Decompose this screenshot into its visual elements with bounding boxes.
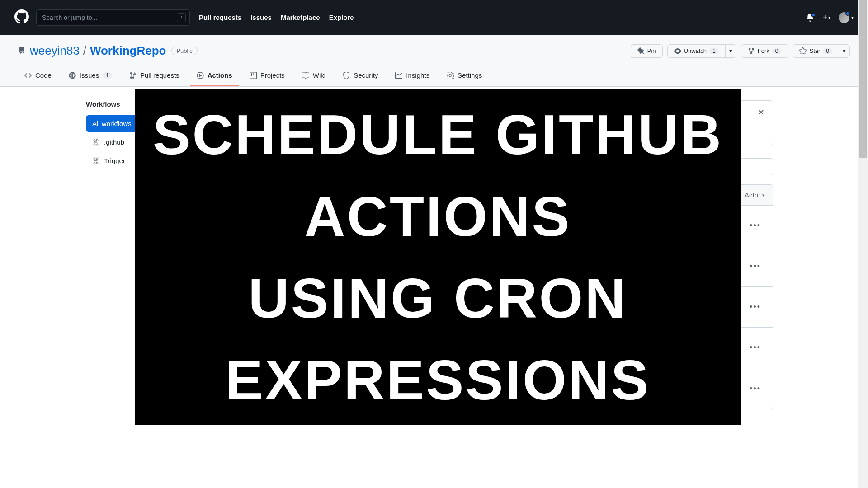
unwatch-button[interactable]: Unwatch 1 (667, 44, 726, 58)
star-icon (799, 47, 807, 55)
eye-icon (674, 47, 681, 55)
tab-issues-label: Issues (80, 71, 99, 79)
issues-count: 1 (103, 72, 112, 79)
caret-down-icon: ▾ (828, 15, 830, 20)
settings-icon (447, 72, 454, 79)
nav-pull-requests[interactable]: Pull requests (199, 14, 241, 21)
repo-tabs: Code Issues 1 Pull requests Actions Proj… (0, 67, 868, 86)
caret-down-icon: ▾ (729, 47, 732, 54)
svg-point-0 (71, 75, 73, 76)
plus-icon: + (822, 13, 827, 22)
fork-icon (748, 47, 755, 55)
security-icon (343, 72, 350, 79)
create-new-dropdown[interactable]: +▾ (822, 13, 830, 22)
tab-insights-label: Insights (406, 71, 429, 79)
watch-button-group: Unwatch 1 ▾ (667, 44, 736, 58)
notifications-icon[interactable] (806, 14, 814, 22)
close-icon[interactable]: ✕ (755, 107, 766, 118)
title-overlay: SCHEDULE GITHUB ACTIONS USING CRON EXPRE… (135, 89, 741, 425)
workflow-0-label: .github (104, 138, 124, 146)
actions-icon (197, 72, 204, 79)
tab-insights[interactable]: Insights (389, 67, 436, 86)
search-input[interactable]: Search or jump to... / (36, 9, 190, 26)
tab-actions-label: Actions (208, 71, 232, 79)
tab-actions[interactable]: Actions (190, 67, 239, 86)
tab-security[interactable]: Security (336, 67, 384, 86)
global-header: Search or jump to... / Pull requests Iss… (0, 0, 868, 35)
visibility-badge: Public (171, 47, 197, 55)
tab-security-label: Security (354, 71, 378, 79)
overlay-line1: SCHEDULE GITHUB ACTIONS (135, 94, 741, 258)
watch-count: 1 (709, 48, 719, 54)
overlay-line2: USING CRON EXPRESSIONS (135, 257, 741, 421)
github-logo-icon[interactable] (14, 9, 29, 25)
star-button[interactable]: Star 0 (793, 44, 839, 58)
tab-projects-label: Projects (260, 71, 285, 79)
tab-wiki[interactable]: Wiki (296, 67, 332, 86)
fork-label: Fork (758, 47, 769, 54)
slash-key-hint: / (177, 13, 186, 22)
caret-down-icon: ▾ (762, 193, 764, 197)
star-button-group: Star 0 ▾ (793, 44, 850, 58)
wiki-icon (302, 72, 309, 79)
run-menu-icon[interactable]: ••• (746, 260, 764, 273)
insights-icon (395, 72, 402, 79)
unwatch-label: Unwatch (684, 47, 707, 54)
tab-projects[interactable]: Projects (243, 67, 291, 86)
pin-button[interactable]: Pin (631, 44, 663, 58)
run-menu-icon[interactable]: ••• (746, 382, 764, 395)
tab-code[interactable]: Code (18, 67, 58, 86)
tab-settings[interactable]: Settings (440, 67, 488, 86)
star-dropdown[interactable]: ▾ (839, 44, 850, 58)
tab-code-label: Code (35, 71, 52, 79)
fork-button[interactable]: Fork 0 (741, 44, 788, 58)
repo-title-row: weeyin83 / WorkingRepo Public Pin Unwatc… (0, 44, 868, 67)
repo-path: weeyin83 / WorkingRepo (30, 44, 166, 58)
repo-actions: Pin Unwatch 1 ▾ Fork 0 Star 0 (631, 44, 850, 58)
run-menu-icon[interactable]: ••• (746, 219, 764, 232)
top-nav: Pull requests Issues Marketplace Explore (199, 14, 354, 21)
path-separator: / (83, 44, 86, 57)
filter-actor[interactable]: Actor ▾ (745, 191, 764, 199)
repo-header: weeyin83 / WorkingRepo Public Pin Unwatc… (0, 35, 868, 87)
caret-down-icon: ▾ (843, 47, 846, 54)
tab-settings-label: Settings (458, 71, 482, 79)
fork-count: 0 (772, 48, 782, 54)
issues-icon (69, 72, 76, 79)
repo-name-link[interactable]: WorkingRepo (90, 44, 166, 57)
pin-label: Pin (647, 47, 656, 54)
notification-dot (811, 13, 816, 17)
nav-marketplace[interactable]: Marketplace (281, 14, 320, 21)
pin-icon (637, 47, 645, 55)
scrollbar-thumb[interactable] (859, 0, 867, 158)
run-menu-icon[interactable]: ••• (746, 341, 764, 354)
workflow-1-label: Trigger (104, 157, 125, 164)
workflow-icon (92, 139, 99, 146)
filter-actor-label: Actor (745, 191, 760, 199)
pull-request-icon (129, 72, 137, 79)
caret-down-icon: ▾ (851, 15, 854, 20)
code-icon (24, 72, 32, 79)
avatar-status-dot (845, 11, 850, 16)
star-label: Star (809, 47, 820, 54)
search-placeholder: Search or jump to... (42, 14, 97, 21)
watch-dropdown[interactable]: ▾ (726, 44, 736, 58)
repo-owner-link[interactable]: weeyin83 (30, 44, 80, 57)
tab-issues[interactable]: Issues 1 (62, 67, 118, 86)
run-menu-icon[interactable]: ••• (746, 300, 764, 314)
all-workflows-label: All workflows (92, 120, 132, 127)
repo-icon (18, 47, 30, 55)
scrollbar[interactable] (858, 0, 868, 488)
nav-explore[interactable]: Explore (329, 14, 354, 21)
tab-pr-label: Pull requests (140, 71, 179, 79)
tab-pull-requests[interactable]: Pull requests (123, 67, 186, 86)
tab-wiki-label: Wiki (313, 71, 326, 79)
runs-filters: Actor ▾ (745, 191, 764, 199)
nav-issues[interactable]: Issues (250, 14, 272, 21)
header-right: +▾ ▾ (806, 12, 854, 23)
user-menu[interactable]: ▾ (839, 12, 854, 23)
projects-icon (250, 72, 257, 79)
workflow-icon (92, 157, 99, 164)
star-count: 0 (823, 48, 832, 54)
overlay-title: SCHEDULE GITHUB ACTIONS USING CRON EXPRE… (135, 94, 741, 421)
